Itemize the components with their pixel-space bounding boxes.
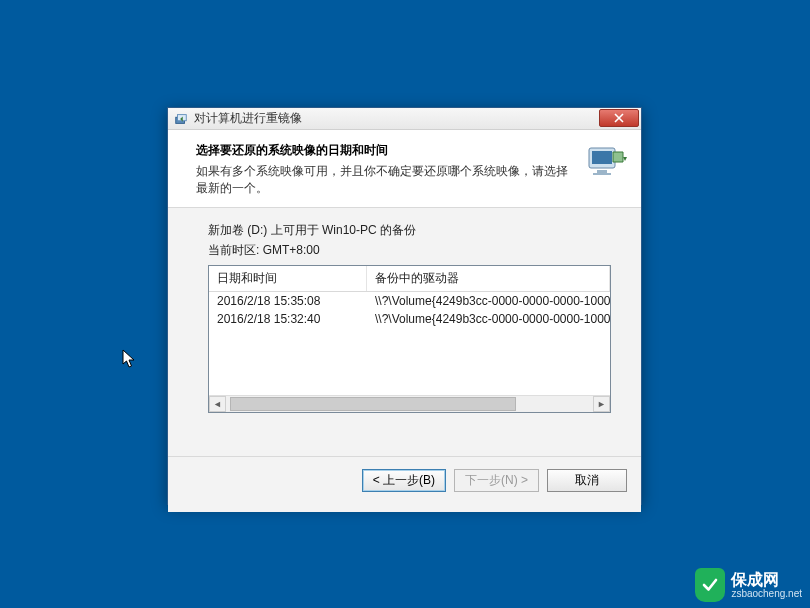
watermark: 保成网 zsbaocheng.net	[695, 568, 802, 602]
close-button[interactable]	[599, 109, 639, 127]
table-row[interactable]: 2016/2/18 15:35:08 \\?\Volume{4249b3cc-0…	[209, 292, 610, 310]
watermark-name: 保成网	[731, 571, 802, 589]
header-subtitle: 如果有多个系统映像可用，并且你不确定要还原哪个系统映像，请选择最新的一个。	[196, 163, 575, 197]
header-title: 选择要还原的系统映像的日期和时间	[196, 142, 575, 159]
horizontal-scrollbar[interactable]: ◄ ►	[209, 395, 610, 412]
scroll-left-arrow[interactable]: ◄	[209, 396, 226, 412]
wizard-header: 选择要还原的系统映像的日期和时间 如果有多个系统映像可用，并且你不确定要还原哪个…	[168, 130, 641, 208]
timezone-label: 当前时区: GMT+8:00	[208, 242, 611, 259]
cell-drives: \\?\Volume{4249b3cc-0000-0000-0000-10000…	[367, 294, 610, 308]
reimage-wizard-window: 对计算机进行重镜像 选择要还原的系统映像的日期和时间 如果有多个系统映像可用，并…	[167, 107, 642, 505]
shield-icon	[695, 568, 725, 602]
list-header: 日期和时间 备份中的驱动器	[209, 266, 610, 292]
restore-wizard-icon	[583, 142, 627, 180]
table-row[interactable]: 2016/2/18 15:32:40 \\?\Volume{4249b3cc-0…	[209, 310, 610, 328]
backup-source-label: 新加卷 (D:) 上可用于 Win10-PC 的备份	[208, 222, 611, 239]
cancel-button[interactable]: 取消	[547, 469, 627, 492]
next-button: 下一步(N) >	[454, 469, 539, 492]
window-title: 对计算机进行重镜像	[194, 110, 302, 127]
backup-list: 日期和时间 备份中的驱动器 2016/2/18 15:35:08 \\?\Vol…	[208, 265, 611, 413]
titlebar[interactable]: 对计算机进行重镜像	[168, 108, 641, 130]
system-restore-icon	[174, 112, 188, 126]
back-button[interactable]: < 上一步(B)	[362, 469, 446, 492]
scroll-track[interactable]	[226, 396, 593, 412]
svg-rect-4	[597, 170, 607, 173]
scroll-right-arrow[interactable]: ►	[593, 396, 610, 412]
list-rows: 2016/2/18 15:35:08 \\?\Volume{4249b3cc-0…	[209, 292, 610, 395]
watermark-url: zsbaocheng.net	[731, 588, 802, 599]
cell-drives: \\?\Volume{4249b3cc-0000-0000-0000-10000…	[367, 312, 610, 326]
scroll-thumb[interactable]	[230, 397, 516, 411]
cell-datetime: 2016/2/18 15:35:08	[209, 294, 367, 308]
cell-datetime: 2016/2/18 15:32:40	[209, 312, 367, 326]
mouse-cursor-icon	[122, 349, 138, 372]
column-drives[interactable]: 备份中的驱动器	[367, 266, 610, 291]
column-datetime[interactable]: 日期和时间	[209, 266, 367, 291]
wizard-footer: < 上一步(B) 下一步(N) > 取消	[168, 456, 641, 504]
svg-rect-5	[593, 173, 611, 175]
svg-rect-3	[592, 151, 612, 164]
